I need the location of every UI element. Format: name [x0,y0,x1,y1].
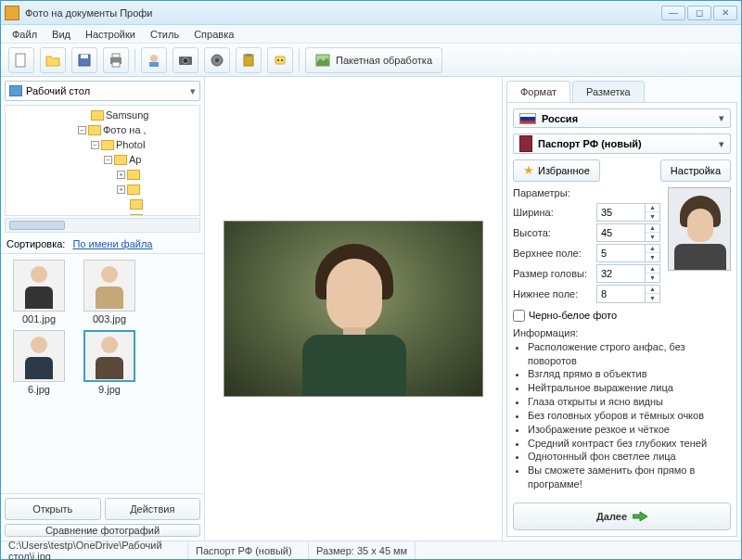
thumbnail-selected[interactable]: 9.jpg [77,330,142,395]
thumbnail-list: 001.jpg 003.jpg 6.jpg 9.jpg [1,254,204,493]
favorite-button[interactable]: ★Избранное [513,159,600,182]
params-header: Параметры: [513,187,660,198]
setup-button[interactable]: Настройка [660,159,731,182]
app-window: Фото на документы Профи — ◻ ✕ Файл Вид Н… [0,0,742,560]
svg-rect-5 [112,62,120,67]
top-spinner[interactable]: 5▲▼ [596,244,660,262]
toolbar: Пакетная обработка [1,44,741,77]
video-button[interactable] [204,47,230,73]
tab-format[interactable]: Формат [506,81,570,102]
camera-import-button[interactable] [141,47,167,73]
status-path: C:\Users\testp\OneDrive\Рабочий стол\i.j… [1,541,188,559]
location-text: Рабочий стол [26,85,90,96]
arrow-right-icon [633,511,647,522]
next-button[interactable]: Далее [513,503,731,530]
svg-rect-0 [16,54,25,67]
maximize-button[interactable]: ◻ [687,6,711,20]
titlebar: Фото на документы Профи — ◻ ✕ [1,1,741,25]
menu-settings[interactable]: Настройки [78,27,143,42]
bottom-spinner[interactable]: 8▲▼ [596,285,660,303]
svg-point-15 [277,59,279,61]
open-button[interactable] [40,47,66,73]
tree-scrollbar[interactable] [5,218,200,233]
preview-area [205,77,502,541]
format-preview [668,187,731,271]
print-button[interactable] [103,47,129,73]
status-size: Размер: 35 x 45 мм [309,541,416,559]
actions-button[interactable]: Действия [105,498,201,520]
svg-point-11 [215,58,219,62]
save-button[interactable] [71,47,97,73]
minimize-button[interactable]: — [661,6,685,20]
svg-point-6 [150,55,158,62]
info-list: Расположение строго анфас, без поворотов… [513,340,731,491]
chevron-down-icon: ▾ [190,85,196,97]
compare-button[interactable]: Сравнение фотографий [5,524,200,537]
app-icon [5,6,19,20]
svg-rect-14 [275,57,285,64]
chevron-down-icon: ▾ [719,138,724,150]
left-panel: Рабочий стол ▾ Samsung −Фото на , −Photo… [1,77,205,541]
menu-help[interactable]: Справка [186,27,241,42]
sort-label: Сортировка: [6,238,65,249]
landscape-icon [315,53,330,68]
svg-rect-2 [81,55,88,58]
main-image[interactable] [224,221,483,397]
info-header: Информация: [513,327,731,338]
clipboard-button[interactable] [236,47,262,73]
svg-rect-13 [246,54,251,57]
sort-link[interactable]: По имени файла [72,238,152,249]
tab-layout[interactable]: Разметка [572,81,645,102]
menu-style[interactable]: Стиль [143,27,186,42]
svg-point-16 [281,59,283,61]
height-spinner[interactable]: 45▲▼ [596,223,660,242]
star-icon: ★ [523,163,534,177]
width-spinner[interactable]: 35▲▼ [596,203,660,222]
thumbnail[interactable]: 6.jpg [6,330,71,395]
menu-view[interactable]: Вид [45,27,78,42]
location-combo[interactable]: Рабочий стол ▾ [5,81,200,101]
folder-icon [9,85,22,96]
right-panel: Формат Разметка Россия ▾ Паспорт РФ (нов… [502,77,741,541]
status-doc: Паспорт РФ (новый) [188,541,309,559]
doctype-dropdown[interactable]: Паспорт РФ (новый) ▾ [513,134,731,153]
folder-tree[interactable]: Samsung −Фото на , −PhotoI −Ap + + [5,105,200,216]
svg-rect-7 [149,62,159,67]
menu-file[interactable]: Файл [5,27,45,42]
window-title: Фото на документы Профи [25,7,661,19]
svg-point-9 [183,57,188,63]
thumbnail[interactable]: 003.jpg [77,260,142,325]
camera-button[interactable] [173,47,198,73]
passport-icon [519,135,532,152]
statusbar: C:\Users\testp\OneDrive\Рабочий стол\i.j… [1,541,741,559]
batch-button[interactable]: Пакетная обработка [305,47,442,73]
batch-label: Пакетная обработка [336,55,432,66]
head-spinner[interactable]: 32▲▼ [596,264,660,283]
close-button[interactable]: ✕ [713,6,737,20]
flag-icon [519,113,536,124]
chevron-down-icon: ▾ [719,112,724,124]
bw-checkbox[interactable]: Черно-белое фото [513,310,731,322]
robot-button[interactable] [267,47,293,73]
new-button[interactable] [8,47,34,73]
country-dropdown[interactable]: Россия ▾ [513,108,731,128]
thumbnail[interactable]: 001.jpg [6,260,71,325]
svg-rect-4 [112,54,120,57]
menubar: Файл Вид Настройки Стиль Справка [1,25,741,44]
open-file-button[interactable]: Открыть [5,498,101,520]
